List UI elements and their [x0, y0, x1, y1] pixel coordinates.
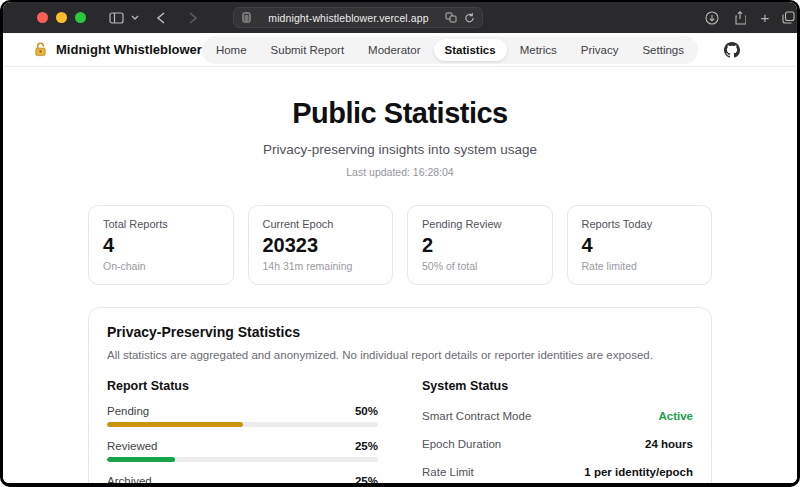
page-content: Public Statistics Privacy-preserving ins…	[3, 67, 797, 483]
padlock-icon	[33, 42, 48, 57]
stat-value: 2	[422, 234, 538, 257]
stat-value: 4	[582, 234, 698, 257]
report-status-section: Report Status Pending 50%	[107, 379, 378, 483]
progress-fill	[107, 457, 175, 462]
stat-sub: Rate limited	[582, 260, 698, 272]
browser-window: midnight-whistleblower.vercel.app	[0, 0, 800, 487]
bar-label: Pending	[107, 405, 149, 417]
stat-label: Reports Today	[582, 218, 698, 230]
nav-item-submit-report[interactable]: Submit Report	[260, 39, 356, 61]
bar-label: Reviewed	[107, 440, 158, 452]
nav-item-settings[interactable]: Settings	[631, 39, 695, 61]
bar-percent: 25%	[355, 475, 378, 483]
nav-item-moderator[interactable]: Moderator	[357, 39, 431, 61]
stat-sub: 50% of total	[422, 260, 538, 272]
stat-card-pending-review: Pending Review 2 50% of total	[407, 205, 553, 285]
url-text[interactable]: midnight-whistleblower.vercel.app	[252, 12, 445, 24]
system-value: Active	[658, 410, 693, 422]
last-updated: Last updated: 16:28:04	[3, 166, 797, 178]
status-bar-pending: Pending 50%	[107, 405, 378, 427]
stat-sub: On-chain	[103, 260, 219, 272]
new-tab-icon[interactable]: +	[756, 2, 774, 33]
stat-label: Current Epoch	[263, 218, 379, 230]
section-title: Report Status	[107, 379, 378, 393]
card-description: All statistics are aggregated and anonym…	[107, 349, 693, 361]
minimize-window-button[interactable]	[56, 12, 67, 23]
window-controls	[37, 12, 86, 23]
progress-fill	[107, 422, 243, 427]
tab-overview-icon[interactable]	[779, 2, 797, 33]
sidebar-toggle-icon[interactable]	[107, 2, 125, 33]
page-settings-icon[interactable]	[241, 12, 252, 24]
system-label: Epoch Duration	[422, 438, 501, 450]
page-title: Public Statistics	[3, 97, 797, 130]
close-window-button[interactable]	[37, 12, 48, 23]
forward-button	[185, 2, 201, 33]
status-bar-reviewed: Reviewed 25%	[107, 440, 378, 462]
site-title: Midnight Whistleblower	[56, 42, 202, 57]
system-label: Rate Limit	[422, 466, 474, 478]
card-title: Privacy-Preserving Statistics	[107, 324, 693, 340]
system-label: Smart Contract Mode	[422, 410, 531, 422]
page-subtitle: Privacy-preserving insights into system …	[3, 142, 797, 157]
reload-icon[interactable]	[464, 12, 475, 24]
browser-toolbar: midnight-whistleblower.vercel.app	[3, 2, 797, 33]
bar-label: Archived	[107, 475, 152, 483]
main-nav: Home Submit Report Moderator Statistics …	[202, 36, 698, 64]
brand[interactable]: Midnight Whistleblower	[33, 42, 202, 57]
nav-item-privacy[interactable]: Privacy	[570, 39, 630, 61]
stat-label: Pending Review	[422, 218, 538, 230]
share-icon[interactable]	[731, 2, 749, 33]
system-value: 1 per identity/epoch	[584, 466, 693, 478]
translate-icon[interactable]	[445, 12, 457, 23]
system-row-rate-limit: Rate Limit 1 per identity/epoch	[422, 461, 693, 483]
stat-card-current-epoch: Current Epoch 20323 14h 31m remaining	[248, 205, 394, 285]
system-row-epoch-duration: Epoch Duration 24 hours	[422, 433, 693, 461]
nav-item-statistics[interactable]: Statistics	[434, 39, 507, 61]
address-bar[interactable]: midnight-whistleblower.vercel.app	[233, 7, 483, 28]
stat-sub: 14h 31m remaining	[263, 260, 379, 272]
bar-percent: 25%	[355, 440, 378, 452]
progress-track	[107, 422, 378, 427]
downloads-icon[interactable]	[703, 2, 721, 33]
stat-card-reports-today: Reports Today 4 Rate limited	[567, 205, 713, 285]
sidebar-chevron-down-icon[interactable]	[129, 2, 141, 33]
section-title: System Status	[422, 379, 693, 393]
stat-value: 20323	[263, 234, 379, 257]
stat-label: Total Reports	[103, 218, 219, 230]
system-row-contract-mode: Smart Contract Mode Active	[422, 405, 693, 433]
bar-percent: 50%	[355, 405, 378, 417]
nav-item-metrics[interactable]: Metrics	[509, 39, 568, 61]
site-header: Midnight Whistleblower Home Submit Repor…	[3, 33, 797, 67]
status-bar-archived: Archived 25%	[107, 475, 378, 483]
system-value: 24 hours	[645, 438, 693, 450]
system-status-section: System Status Smart Contract Mode Active…	[422, 379, 693, 483]
stat-cards-row: Total Reports 4 On-chain Current Epoch 2…	[88, 205, 712, 285]
nav-item-home[interactable]: Home	[205, 39, 258, 61]
back-button[interactable]	[153, 2, 169, 33]
github-icon[interactable]	[724, 42, 740, 58]
zoom-window-button[interactable]	[75, 12, 86, 23]
stat-value: 4	[103, 234, 219, 257]
progress-track	[107, 457, 378, 462]
privacy-statistics-card: Privacy-Preserving Statistics All statis…	[88, 307, 712, 483]
stat-card-total-reports: Total Reports 4 On-chain	[88, 205, 234, 285]
